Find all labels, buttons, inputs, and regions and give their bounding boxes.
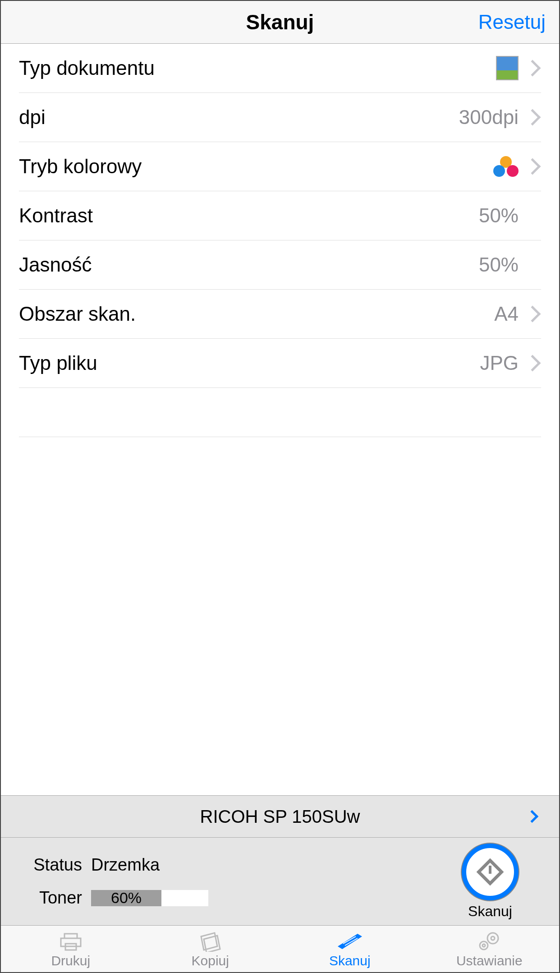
setting-label: Tryb kolorowy <box>19 155 142 178</box>
tab-settings[interactable]: Ustawianie <box>420 926 560 972</box>
color-dots-icon <box>493 156 519 177</box>
chevron-right-icon <box>526 810 538 823</box>
setting-value: 300dpi <box>459 106 519 129</box>
setting-label: Jasność <box>19 254 92 276</box>
setting-color-mode[interactable]: Tryb kolorowy <box>19 142 541 191</box>
tab-copy[interactable]: Kopiuj <box>141 926 280 972</box>
reset-button[interactable]: Resetuj <box>478 11 546 33</box>
toner-bar: 60% <box>91 890 208 906</box>
settings-list: Typ dokumentu dpi 300dpi Tryb kolorowy <box>1 44 559 437</box>
setting-doc-type[interactable]: Typ dokumentu <box>19 44 541 93</box>
gear-icon <box>475 930 504 952</box>
photo-thumb-icon <box>496 56 519 80</box>
tab-label: Skanuj <box>329 953 371 968</box>
setting-file-type[interactable]: Typ pliku JPG <box>19 339 541 388</box>
tabbar: Drukuj Kopiuj Skanuj <box>1 925 559 972</box>
status-label: Status <box>23 855 82 875</box>
svg-point-4 <box>487 933 498 944</box>
setting-label: Typ dokumentu <box>19 57 155 79</box>
setting-label: Kontrast <box>19 204 93 227</box>
scan-action-button[interactable] <box>462 844 519 900</box>
printer-name: RICOH SP 150SUw <box>200 807 360 827</box>
tab-label: Drukuj <box>51 953 90 968</box>
tab-scan[interactable]: Skanuj <box>280 926 420 972</box>
svg-point-5 <box>491 936 495 940</box>
copy-icon <box>197 930 224 952</box>
setting-dpi[interactable]: dpi 300dpi <box>19 93 541 142</box>
svg-point-6 <box>480 941 488 950</box>
chevron-right-icon <box>524 355 541 372</box>
setting-value: A4 <box>494 303 519 325</box>
setting-value: 50% <box>479 204 519 227</box>
toner-fill: 60% <box>91 890 161 906</box>
toner-label: Toner <box>23 888 82 908</box>
status-area: Status Drzemka Toner 60% Skanuj <box>1 838 559 925</box>
setting-label: Typ pliku <box>19 352 97 374</box>
setting-value: JPG <box>480 352 519 374</box>
setting-label: dpi <box>19 106 46 129</box>
setting-value: 50% <box>479 254 519 276</box>
tab-label: Ustawianie <box>456 953 523 968</box>
empty-row <box>19 388 541 437</box>
page-title: Skanuj <box>246 10 314 34</box>
setting-brightness[interactable]: Jasność 50% <box>19 240 541 290</box>
scan-button-label: Skanuj <box>468 903 512 920</box>
chevron-right-icon <box>524 109 541 126</box>
svg-point-7 <box>482 944 485 947</box>
header: Skanuj Resetuj <box>1 1 559 44</box>
setting-scan-area[interactable]: Obszar skan. A4 <box>19 290 541 339</box>
chevron-right-icon <box>524 60 541 77</box>
tab-print[interactable]: Drukuj <box>1 926 141 972</box>
scan-icon <box>335 930 365 952</box>
chevron-right-icon <box>524 306 541 323</box>
setting-label: Obszar skan. <box>19 303 136 325</box>
status-value: Drzemka <box>91 855 160 875</box>
scan-diamond-icon <box>476 858 505 886</box>
chevron-right-icon <box>524 158 541 175</box>
printer-icon <box>56 930 85 952</box>
printer-selector[interactable]: RICOH SP 150SUw <box>1 795 559 838</box>
tab-label: Kopiuj <box>192 953 229 968</box>
setting-contrast[interactable]: Kontrast 50% <box>19 191 541 240</box>
